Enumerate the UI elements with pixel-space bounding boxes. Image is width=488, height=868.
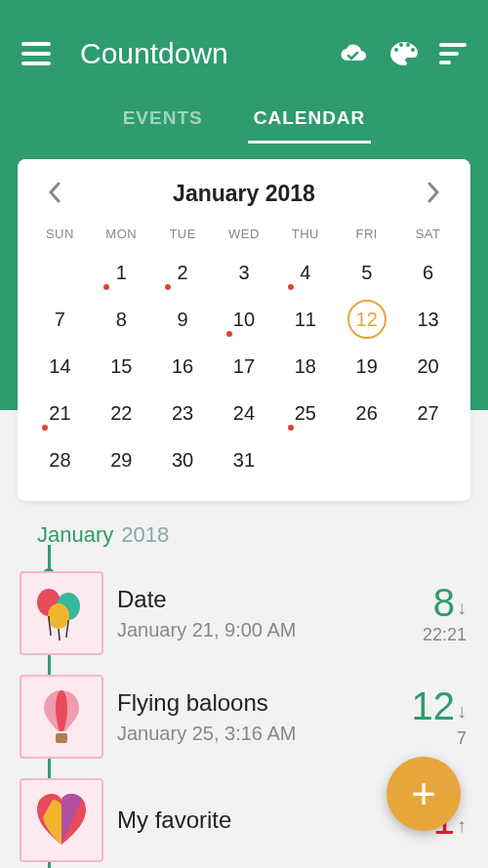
- prev-month-button[interactable]: [47, 182, 62, 207]
- list-header: January 2018: [0, 501, 488, 561]
- calendar-day[interactable]: 7: [29, 296, 91, 343]
- event-subtitle: January 21, 9:00 AM: [117, 619, 409, 641]
- event-title: My favorite: [117, 806, 420, 834]
- event-item[interactable]: Flying baloonsJanuary 25, 3:16 AM12↓7: [0, 665, 488, 768]
- hotair-icon: [20, 675, 103, 759]
- calendar-day[interactable]: 11: [274, 296, 336, 343]
- dow-label: THU: [274, 221, 336, 249]
- dow-label: WED: [214, 221, 275, 249]
- calendar-day[interactable]: 25: [274, 390, 336, 436]
- calendar-day[interactable]: 14: [29, 343, 91, 390]
- add-event-fab[interactable]: +: [386, 757, 461, 831]
- balloons-icon: [20, 571, 103, 655]
- event-time: 7: [457, 728, 467, 749]
- calendar-day[interactable]: 21: [29, 390, 91, 436]
- sort-icon[interactable]: [439, 43, 467, 64]
- tab-events[interactable]: EVENTS: [117, 107, 209, 144]
- dow-label: TUE: [152, 221, 214, 249]
- event-countdown: 12↓: [412, 684, 468, 728]
- calendar-day[interactable]: 18: [274, 343, 336, 390]
- svg-rect-1: [21, 52, 51, 56]
- calendar-day[interactable]: 1: [91, 249, 152, 296]
- calendar-day[interactable]: 20: [397, 343, 459, 390]
- calendar-day[interactable]: 12: [336, 296, 397, 343]
- menu-icon[interactable]: [21, 42, 51, 65]
- calendar-day[interactable]: 8: [91, 296, 152, 343]
- next-month-button[interactable]: [426, 182, 441, 207]
- event-dot: [103, 284, 109, 290]
- list-header-year: 2018: [121, 522, 169, 548]
- dow-label: FRI: [336, 221, 397, 249]
- calendar-day[interactable]: 26: [336, 390, 397, 436]
- event-title: Flying baloons: [117, 689, 398, 717]
- calendar-day[interactable]: 31: [214, 436, 275, 483]
- heart-icon: [20, 778, 103, 862]
- calendar-day[interactable]: 13: [397, 296, 459, 343]
- calendar-day[interactable]: 28: [29, 436, 91, 483]
- calendar-day[interactable]: 22: [91, 390, 152, 436]
- event-dot: [165, 284, 171, 290]
- palette-icon[interactable]: [388, 40, 420, 67]
- arrow-down-icon: ↓: [457, 597, 467, 619]
- event-time: 22:21: [423, 625, 467, 645]
- calendar-day[interactable]: 5: [336, 249, 397, 296]
- dow-label: MON: [91, 221, 152, 249]
- arrow-down-icon: ↓: [457, 700, 467, 723]
- event-dot: [288, 425, 294, 431]
- calendar-day[interactable]: 29: [91, 436, 152, 483]
- calendar-card: January 2018 SUNMONTUEWEDTHUFRISAT 12345…: [18, 159, 470, 501]
- arrow-up-icon: ↑: [457, 814, 467, 837]
- svg-rect-9: [56, 733, 67, 743]
- calendar-day[interactable]: 4: [274, 249, 336, 296]
- event-countdown: 8↓: [433, 581, 467, 625]
- cloud-check-icon[interactable]: [336, 41, 369, 66]
- dow-label: SAT: [397, 221, 459, 249]
- calendar-day[interactable]: 16: [152, 343, 214, 390]
- svg-rect-2: [21, 62, 51, 65]
- calendar-day[interactable]: 24: [214, 390, 275, 436]
- calendar-month-label: January 2018: [173, 181, 315, 207]
- calendar-day[interactable]: 15: [91, 343, 152, 390]
- svg-rect-3: [439, 43, 467, 47]
- calendar-day[interactable]: 19: [336, 343, 397, 390]
- calendar-day[interactable]: 17: [214, 343, 275, 390]
- calendar-day[interactable]: 9: [152, 296, 214, 343]
- app-title: Countdown: [80, 37, 316, 70]
- event-dot: [42, 425, 48, 431]
- dow-label: SUN: [29, 221, 91, 249]
- svg-rect-4: [439, 52, 459, 56]
- svg-rect-0: [21, 42, 51, 46]
- event-item[interactable]: DateJanuary 21, 9:00 AM8↓22:21: [0, 561, 488, 665]
- calendar-day[interactable]: 10: [214, 296, 275, 343]
- svg-point-8: [48, 603, 69, 629]
- event-dot: [288, 284, 294, 290]
- calendar-day[interactable]: 23: [152, 390, 214, 436]
- event-subtitle: January 25, 3:16 AM: [117, 723, 398, 745]
- event-title: Date: [117, 586, 409, 613]
- calendar-day[interactable]: 27: [397, 390, 459, 436]
- event-dot: [226, 331, 232, 337]
- svg-rect-5: [439, 61, 451, 64]
- tab-bar: EVENTS CALENDAR: [0, 107, 488, 144]
- calendar-day[interactable]: 3: [214, 249, 275, 296]
- calendar-day[interactable]: 30: [152, 436, 214, 483]
- tab-calendar[interactable]: CALENDAR: [248, 107, 372, 144]
- calendar-day[interactable]: 6: [397, 249, 459, 296]
- calendar-day[interactable]: 2: [152, 249, 214, 296]
